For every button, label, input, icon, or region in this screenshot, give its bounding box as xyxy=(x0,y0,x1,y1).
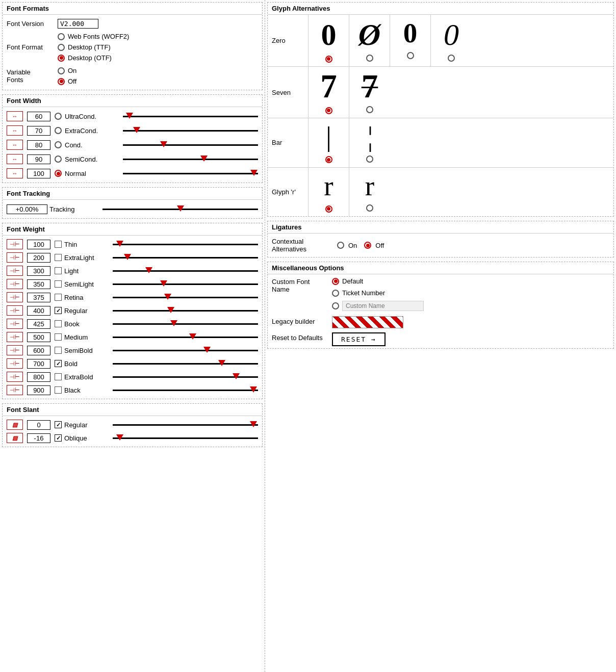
width-radio-80[interactable]: Cond. xyxy=(55,140,121,150)
glyph-r-opt1[interactable]: r xyxy=(309,168,349,217)
weight-slider-900[interactable] xyxy=(113,385,258,395)
glyph-seven-opt1[interactable]: 7 xyxy=(309,67,349,118)
weight-check-350[interactable] xyxy=(55,280,62,288)
weight-slider-800[interactable] xyxy=(113,372,258,382)
glyph-seven-radio1[interactable] xyxy=(325,106,332,114)
tracking-slider[interactable] xyxy=(102,204,258,214)
weight-value-700[interactable]: 700 xyxy=(27,359,50,369)
weight-value-500[interactable]: 500 xyxy=(27,332,50,342)
reset-button[interactable]: RESET → xyxy=(332,332,386,346)
weight-check-100[interactable] xyxy=(55,241,62,248)
weight-value-400[interactable]: 400 xyxy=(27,306,50,316)
weight-check-300[interactable] xyxy=(55,267,62,274)
weight-check-375[interactable] xyxy=(55,294,62,301)
width-slider-80[interactable] xyxy=(123,140,258,150)
glyph-bar-radio-circle2[interactable] xyxy=(366,156,373,163)
width-radio-ultracond[interactable] xyxy=(55,113,62,120)
weight-value-375[interactable]: 375 xyxy=(27,293,50,302)
slant-slider-16[interactable] xyxy=(113,433,258,443)
glyph-bar-opt1[interactable]: | xyxy=(309,118,349,167)
weight-check-400[interactable] xyxy=(55,307,62,314)
weight-value-800[interactable]: 800 xyxy=(27,372,50,382)
custom-font-name-input[interactable] xyxy=(342,301,424,311)
glyph-zero-opt2[interactable]: Ø xyxy=(349,15,390,66)
weight-slider-200[interactable] xyxy=(113,252,258,263)
width-value-90[interactable]: 90 xyxy=(27,154,50,164)
custom-font-default-radio[interactable] xyxy=(332,278,339,285)
weight-check-800[interactable] xyxy=(55,373,62,380)
variable-on-row[interactable]: On xyxy=(58,66,76,75)
width-radio-cond[interactable] xyxy=(55,141,62,148)
weight-check-600[interactable] xyxy=(55,347,62,354)
slant-check-16[interactable] xyxy=(55,434,62,442)
width-slider-60[interactable] xyxy=(123,111,258,121)
glyph-seven-opt2[interactable]: 7 xyxy=(349,67,390,118)
glyph-zero-radio4[interactable] xyxy=(448,55,455,63)
width-slider-100[interactable] xyxy=(123,168,258,178)
glyph-zero-opt4[interactable]: 0 xyxy=(431,15,472,66)
width-value-60[interactable]: 60 xyxy=(27,112,50,121)
format-ttf-row[interactable]: Desktop (TTF) xyxy=(58,42,129,52)
glyph-r-radio-circle1[interactable] xyxy=(325,205,332,213)
glyph-zero-radio-circle2[interactable] xyxy=(366,55,373,62)
glyph-zero-radio1[interactable] xyxy=(325,55,332,63)
custom-font-custom-row[interactable] xyxy=(332,300,424,312)
tracking-value[interactable]: +0.00% xyxy=(7,204,47,214)
weight-slider-400[interactable] xyxy=(113,305,258,316)
glyph-zero-opt3[interactable]: 0 xyxy=(390,15,431,66)
glyph-zero-radio-circle4[interactable] xyxy=(448,55,455,62)
variable-off-radio[interactable] xyxy=(58,78,65,85)
custom-font-custom-radio[interactable] xyxy=(332,302,339,309)
weight-check-700[interactable] xyxy=(55,360,62,367)
slant-value-0[interactable]: 0 xyxy=(27,420,50,430)
width-radio-normal[interactable] xyxy=(55,170,62,177)
width-radio-100[interactable]: Normal xyxy=(55,169,121,178)
width-radio-90[interactable]: SemiCond. xyxy=(55,154,121,164)
weight-value-900[interactable]: 900 xyxy=(27,385,50,395)
glyph-bar-radio-circle1[interactable] xyxy=(325,156,332,163)
glyph-seven-radio-circle2[interactable] xyxy=(366,106,373,113)
weight-value-600[interactable]: 600 xyxy=(27,346,50,355)
weight-slider-500[interactable] xyxy=(113,332,258,342)
custom-font-default-row[interactable]: Default xyxy=(332,276,424,286)
weight-slider-700[interactable] xyxy=(113,358,258,369)
weight-value-350[interactable]: 350 xyxy=(27,279,50,289)
weight-slider-425[interactable] xyxy=(113,319,258,329)
variable-on-radio[interactable] xyxy=(58,67,65,74)
format-otf-radio[interactable] xyxy=(58,55,65,62)
width-slider-70[interactable] xyxy=(123,125,258,136)
weight-check-500[interactable] xyxy=(55,333,62,341)
width-value-70[interactable]: 70 xyxy=(27,126,50,136)
slant-check-0[interactable] xyxy=(55,421,62,428)
weight-check-900[interactable] xyxy=(55,386,62,394)
slant-slider-0[interactable] xyxy=(113,420,258,430)
lig-off-radio[interactable] xyxy=(364,242,371,249)
weight-check-200[interactable] xyxy=(55,254,62,261)
weight-slider-350[interactable] xyxy=(113,279,258,289)
custom-font-ticket-radio[interactable] xyxy=(332,290,339,297)
weight-value-425[interactable]: 425 xyxy=(27,319,50,329)
variable-off-row[interactable]: Off xyxy=(58,76,76,86)
weight-value-200[interactable]: 200 xyxy=(27,253,50,263)
format-ttf-radio[interactable] xyxy=(58,44,65,51)
glyph-bar-radio2[interactable] xyxy=(366,156,373,164)
width-value-100[interactable]: 100 xyxy=(27,169,50,178)
width-radio-70[interactable]: ExtraCond. xyxy=(55,126,121,136)
glyph-zero-opt1[interactable]: 0 xyxy=(309,15,349,66)
format-otf-row[interactable]: Desktop (OTF) xyxy=(58,53,129,63)
glyph-zero-radio-circle3[interactable] xyxy=(407,52,414,59)
format-woff2-radio[interactable] xyxy=(58,33,65,40)
glyph-r-radio2[interactable] xyxy=(366,204,373,213)
glyph-r-opt2[interactable]: r xyxy=(349,168,390,217)
glyph-bar-radio1[interactable] xyxy=(325,156,332,164)
glyph-r-radio1[interactable] xyxy=(325,204,332,213)
width-radio-60[interactable]: UltraCond. xyxy=(55,112,121,121)
glyph-zero-radio2[interactable] xyxy=(366,55,373,63)
width-slider-90[interactable] xyxy=(123,154,258,164)
weight-check-425[interactable] xyxy=(55,320,62,327)
slant-value-16[interactable]: -16 xyxy=(27,433,50,443)
font-version-input[interactable] xyxy=(58,19,98,29)
width-radio-semicond[interactable] xyxy=(55,156,62,163)
format-woff2-row[interactable]: Web Fonts (WOFF2) xyxy=(58,32,129,41)
glyph-zero-radio3[interactable] xyxy=(407,52,414,61)
